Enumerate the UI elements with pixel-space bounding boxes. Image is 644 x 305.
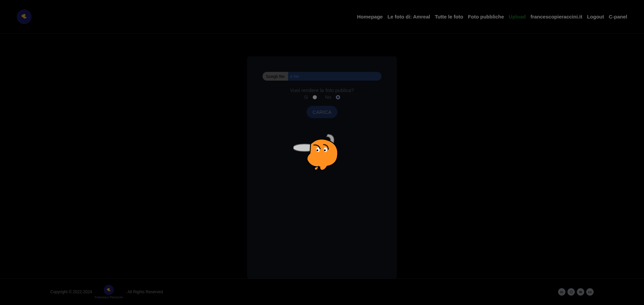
file-input-row: Scegli file 4 file bbox=[263, 72, 381, 81]
nav-link-c-panel[interactable]: C-panel bbox=[609, 14, 627, 19]
file-status-text: 4 file bbox=[288, 74, 381, 79]
footer: Copyright © 2022-2024 Francesco Pieracci… bbox=[0, 278, 644, 305]
radio-yes[interactable] bbox=[313, 95, 317, 99]
public-radio-group: Si No bbox=[257, 94, 387, 100]
cv-icon[interactable]: cv bbox=[586, 288, 594, 296]
footer-logo-wrap: Francesco Pieraccini bbox=[95, 285, 123, 299]
logo[interactable] bbox=[17, 9, 32, 24]
radio-no[interactable] bbox=[336, 95, 340, 99]
in-icon[interactable]: in bbox=[558, 288, 565, 296]
svg-point-6 bbox=[22, 14, 23, 15]
main: Scegli file 4 file Vuoi rendere la foto … bbox=[0, 34, 644, 278]
nav-link-le-foto-di-amreal[interactable]: Le foto di: Amreal bbox=[387, 14, 430, 19]
duck-icon bbox=[106, 287, 112, 294]
nav-link-upload[interactable]: Upload bbox=[509, 14, 526, 19]
gh-icon[interactable]: ⎔ bbox=[567, 288, 575, 296]
nav-link-foto-pubbliche[interactable]: Foto pubbliche bbox=[468, 14, 504, 19]
footer-logo[interactable] bbox=[104, 285, 114, 295]
duck-icon bbox=[20, 12, 29, 22]
radio-yes-label: Si bbox=[304, 94, 308, 100]
mail-icon[interactable]: ✉ bbox=[577, 288, 584, 296]
nav-link-tutte-le-foto[interactable]: Tutte le foto bbox=[435, 14, 463, 19]
copyright-text-2: . All Rights Reserved bbox=[126, 290, 163, 294]
radio-no-label: No bbox=[325, 94, 331, 100]
nav-link-homepage[interactable]: Homepage bbox=[357, 14, 383, 19]
nav-link-logout[interactable]: Logout bbox=[587, 14, 604, 19]
copyright-text-1: Copyright © 2022-2024 bbox=[50, 290, 92, 294]
footer-logo-text: Francesco Pieraccini bbox=[95, 296, 123, 299]
choose-file-button[interactable]: Scegli file bbox=[263, 72, 288, 81]
header: HomepageLe foto di: AmrealTutte le fotoF… bbox=[0, 0, 644, 34]
social-links: in⎔✉cv bbox=[558, 288, 594, 296]
upload-card: Scegli file 4 file Vuoi rendere la foto … bbox=[247, 56, 397, 278]
submit-button[interactable]: CARICA bbox=[307, 106, 338, 118]
nav-link-francescopieraccini-it[interactable]: francescopieraccini.it bbox=[531, 14, 582, 19]
public-question: Vuoi rendere la foto publica? bbox=[257, 87, 387, 93]
footer-left: Copyright © 2022-2024 Francesco Pieracci… bbox=[50, 285, 163, 299]
main-nav: HomepageLe foto di: AmrealTutte le fotoF… bbox=[357, 14, 627, 19]
